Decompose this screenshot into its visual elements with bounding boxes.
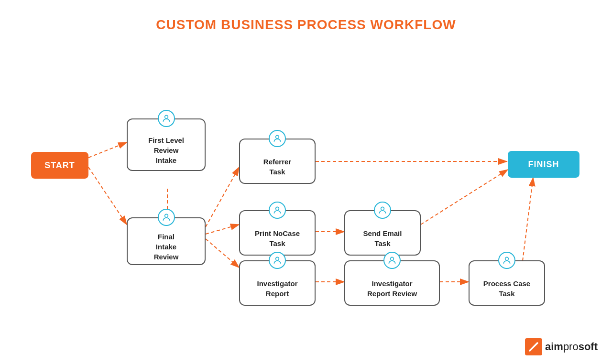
- user-icon-inv-report-review: [383, 252, 401, 269]
- finish-node: FINISH: [508, 151, 579, 178]
- page-title: CUSTOM BUSINESS PROCESS WORKFLOW: [0, 0, 612, 32]
- user-icon-print-nocase: [269, 202, 286, 219]
- first-level-review-label: First Level Review Intake: [148, 135, 184, 165]
- svg-point-18: [276, 257, 279, 260]
- svg-point-17: [381, 207, 384, 210]
- user-icon-inv-report: [269, 252, 286, 269]
- investigator-report-review-label: Investigator Report Review: [367, 278, 417, 299]
- investigator-report-node: Investigator Report: [239, 260, 316, 306]
- svg-point-19: [391, 257, 394, 260]
- print-nocase-task-label: Print NoCase Task: [255, 228, 300, 248]
- referrer-task-label: Referrer Task: [263, 157, 291, 177]
- send-email-task-node: Send Email Task: [344, 210, 421, 256]
- first-level-review-node: First Level Review Intake: [127, 118, 206, 171]
- print-nocase-task-node: Print NoCase Task: [239, 210, 316, 256]
- user-icon-send-email: [374, 202, 391, 219]
- svg-point-14: [164, 214, 168, 217]
- svg-point-15: [276, 135, 279, 139]
- investigator-report-label: Investigator Report: [257, 278, 297, 299]
- svg-line-9: [421, 170, 508, 225]
- user-icon-first-level: [158, 110, 175, 127]
- svg-line-2: [88, 167, 127, 225]
- svg-point-16: [276, 207, 279, 210]
- user-icon-process-case: [498, 252, 515, 269]
- referrer-task-node: Referrer Task: [239, 139, 316, 184]
- investigator-report-review-node: Investigator Report Review: [344, 260, 440, 306]
- final-intake-review-label: Final Intake Review: [154, 232, 179, 262]
- process-case-task-node: Process Case Task: [469, 260, 545, 306]
- svg-line-1: [88, 142, 127, 158]
- logo-text: aimprosoft: [545, 341, 598, 353]
- svg-line-12: [521, 178, 533, 272]
- send-email-task-label: Send Email Task: [363, 228, 402, 248]
- svg-point-13: [164, 115, 168, 118]
- final-intake-review-node: Final Intake Review: [127, 217, 206, 265]
- logo-icon: [525, 338, 542, 355]
- svg-point-20: [505, 257, 509, 260]
- svg-line-4: [206, 239, 239, 268]
- start-node: START: [31, 152, 88, 179]
- user-icon-final-intake: [158, 209, 175, 226]
- svg-line-6: [206, 167, 239, 227]
- diagram: START FINISH First Level Review Intake: [0, 48, 612, 335]
- process-case-task-label: Process Case Task: [483, 278, 530, 299]
- logo: aimprosoft: [525, 338, 598, 355]
- user-icon-referrer: [269, 130, 286, 147]
- page-container: CUSTOM BUSINESS PROCESS WORKFLOW: [0, 0, 612, 364]
- svg-line-5: [206, 225, 239, 234]
